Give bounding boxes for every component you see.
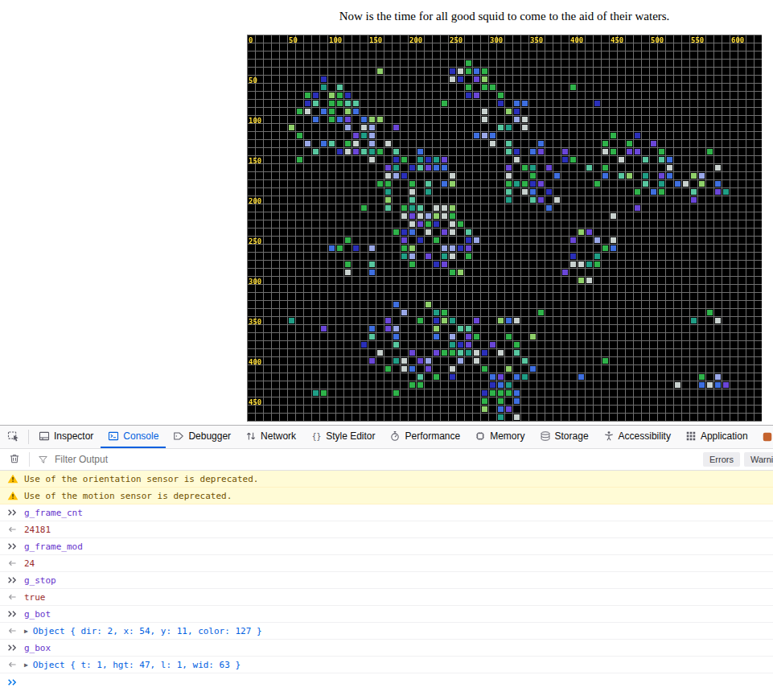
command-chevron-icon: [6, 509, 19, 517]
clear-console-button[interactable]: [3, 453, 26, 467]
style-editor-icon: {}: [310, 430, 322, 442]
devtools-tabs: InspectorConsoleDebuggerNetwork{}Style E…: [31, 426, 755, 448]
application-icon: [685, 430, 697, 442]
tab-performance[interactable]: Performance: [382, 426, 467, 448]
performance-icon: [389, 430, 401, 442]
input-chevron-icon: [6, 678, 19, 686]
console-command-input[interactable]: [24, 676, 773, 688]
tab-style-editor[interactable]: {}Style Editor: [303, 426, 382, 448]
console-object-result-row: ▶Object { dir: 2, x: 54, y: 11, color: 1…: [0, 623, 773, 640]
console-object-result-row: ▶Object { t: 1, hgt: 47, l: 1, wid: 63 }: [0, 657, 773, 673]
console-command-row: g_frame_mod: [0, 538, 773, 555]
web-page: Now is the time for all good squid to co…: [0, 0, 773, 425]
console-output: Use of the orientation sensor is depreca…: [0, 471, 773, 673]
tabbar-separator: [28, 430, 29, 444]
console-command-row: g_frame_cnt: [0, 504, 773, 521]
filter-warnings-button[interactable]: Warnings: [744, 452, 773, 467]
toolbar-separator: [29, 452, 30, 467]
console-icon: [108, 430, 119, 442]
result-arrow-icon: [6, 593, 19, 601]
tab-console[interactable]: Console: [101, 426, 166, 448]
filter-output-input[interactable]: [53, 453, 298, 466]
console-warning-row: Use of the motion sensor is deprecated.: [0, 488, 773, 504]
debugger-icon: [173, 430, 184, 442]
tab-debugger[interactable]: Debugger: [166, 426, 238, 448]
object-expand-triangle[interactable]: ▶: [24, 661, 28, 669]
tab-network[interactable]: Network: [238, 426, 303, 448]
trash-icon: [9, 453, 20, 467]
result-arrow-icon: [6, 627, 19, 635]
network-icon: [245, 430, 257, 442]
result-arrow-icon: [6, 661, 19, 669]
filter-errors-button[interactable]: Errors: [703, 452, 740, 467]
tab-application[interactable]: Application: [678, 426, 755, 448]
node-picker-button[interactable]: [0, 426, 26, 448]
result-arrow-icon: [6, 559, 19, 567]
console-command-row: g_stop: [0, 572, 773, 589]
tab-accessibility[interactable]: Accessibility: [596, 426, 678, 448]
page-title: Now is the time for all good squid to co…: [247, 0, 762, 23]
tab-storage[interactable]: Storage: [532, 426, 596, 448]
storage-icon: [540, 430, 551, 442]
devtools-tabbar: InspectorConsoleDebuggerNetwork{}Style E…: [0, 426, 773, 449]
filter-buttons: Errors Warnings: [703, 452, 773, 467]
accessibility-icon: [603, 430, 615, 442]
game-canvas[interactable]: [247, 35, 762, 422]
svg-text:{}: {}: [312, 432, 322, 441]
inspector-icon: [39, 430, 50, 442]
warning-icon: [6, 474, 19, 484]
object-expand-triangle[interactable]: ▶: [24, 628, 28, 635]
tab-memory[interactable]: Memory: [467, 426, 532, 448]
memory-icon: [475, 430, 486, 442]
result-arrow-icon: [6, 525, 19, 533]
devtools-panel: InspectorConsoleDebuggerNetwork{}Style E…: [0, 425, 773, 700]
command-chevron-icon: [6, 542, 19, 550]
console-warning-row: Use of the orientation sensor is depreca…: [0, 471, 773, 488]
command-chevron-icon: [6, 576, 19, 584]
tab-inspector[interactable]: Inspector: [31, 426, 101, 448]
node-picker-icon: [7, 430, 19, 444]
console-result-row: true: [0, 589, 773, 606]
console-command-row: g_box: [0, 640, 773, 657]
filter-icon: [38, 455, 48, 465]
puzzle-icon: [762, 431, 773, 446]
console-result-row: 24181: [0, 521, 773, 538]
warning-icon: [6, 491, 19, 500]
console-toolbar: Errors Warnings: [0, 449, 773, 471]
command-chevron-icon: [6, 610, 19, 618]
console-result-row: 24: [0, 555, 773, 572]
command-chevron-icon: [6, 644, 19, 652]
console-command-row: g_bot: [0, 606, 773, 623]
page-content: Now is the time for all good squid to co…: [247, 0, 762, 422]
console-input-row[interactable]: [0, 673, 773, 690]
devtools-extra-icon[interactable]: [762, 431, 773, 446]
